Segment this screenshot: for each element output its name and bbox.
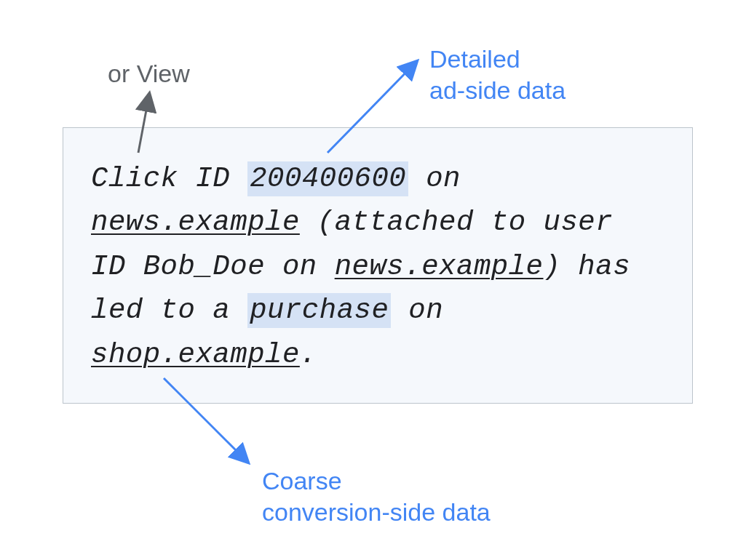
- text-part5: on: [391, 295, 443, 327]
- annotation-detailed-line1: Detailed: [429, 45, 520, 73]
- annotation-coarse-conversion: Coarse conversion-side data: [262, 465, 491, 527]
- annotation-or-view: or View: [108, 60, 190, 88]
- text-part6: .: [300, 339, 317, 371]
- site-news-example-1: news.example: [91, 207, 300, 239]
- attribution-report-text: Click ID 200400600 on news.example (atta…: [91, 157, 664, 377]
- site-news-example-2: news.example: [335, 251, 544, 283]
- annotation-coarse-line2: conversion-side data: [262, 498, 491, 526]
- attribution-report-box: Click ID 200400600 on news.example (atta…: [63, 127, 693, 404]
- click-id-highlight: 200400600: [247, 161, 408, 196]
- annotation-detailed-line2: ad-side data: [429, 76, 566, 104]
- annotation-detailed-ad-side: Detailed ad-side data: [429, 44, 566, 105]
- annotation-coarse-line1: Coarse: [262, 467, 342, 495]
- purchase-highlight: purchase: [247, 293, 391, 328]
- text-part2: on: [408, 163, 461, 195]
- site-shop-example: shop.example: [91, 339, 300, 371]
- text-part1: Click ID: [91, 163, 247, 195]
